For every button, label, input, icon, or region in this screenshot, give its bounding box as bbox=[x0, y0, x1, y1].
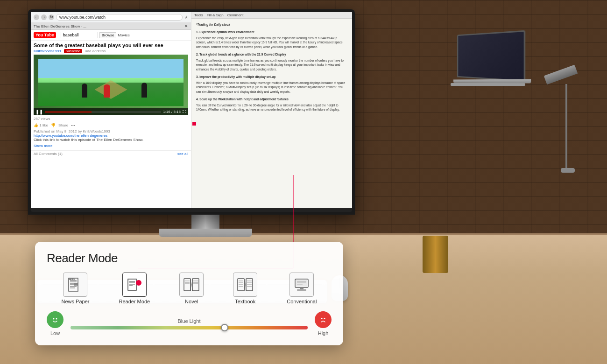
smiley-high bbox=[315, 311, 332, 328]
yt-search-input[interactable] bbox=[61, 32, 98, 38]
yt-search-button[interactable]: Browse bbox=[99, 32, 117, 38]
doc-section-4-body: You can tilt the Curved monitor to a 20-… bbox=[196, 103, 347, 112]
doc-section-2-heading: 2. Track global trends at a glance with … bbox=[196, 52, 347, 57]
tab-bar: The Ellen DeGeneres Show - ... ✕ bbox=[31, 23, 191, 30]
textbook-icon bbox=[236, 276, 254, 293]
rm-icon-conventional[interactable]: Conventional bbox=[287, 273, 317, 304]
slider-thumb[interactable] bbox=[221, 324, 228, 331]
svg-point-44 bbox=[56, 318, 57, 320]
red-indicator-dot bbox=[192, 122, 196, 126]
rm-icon-box-textbook bbox=[233, 273, 257, 297]
yt-movies-link[interactable]: Movies bbox=[118, 33, 129, 37]
blue-light-slider[interactable] bbox=[71, 326, 308, 329]
see-all-link[interactable]: see all bbox=[177, 152, 188, 156]
rm-label-conventional: Conventional bbox=[287, 299, 317, 304]
share-button[interactable]: Share bbox=[58, 123, 68, 127]
monitor: ← → ↻ www.youtube.com/watch ★ The Ellen … bbox=[28, 9, 355, 215]
novel-icon bbox=[183, 276, 200, 293]
yt-logo-area: You Tube Browse Movies bbox=[31, 30, 191, 41]
desc-text: Click this link to watch this episode of… bbox=[34, 138, 188, 142]
video-channel-meta: KnibWoods1993 Subscribe add address bbox=[31, 49, 191, 53]
progress-bar[interactable] bbox=[45, 112, 161, 112]
address-bar[interactable]: www.youtube.com/watch bbox=[56, 14, 183, 21]
blue-light-slider-section: Blue Light bbox=[71, 318, 308, 329]
video-description: Published on May 8, 2012 by KnibWoods199… bbox=[31, 128, 191, 143]
low-smiley-wrapper: Low bbox=[47, 311, 64, 336]
svg-rect-7 bbox=[74, 283, 78, 286]
reader-mode-icons: NEWS News Paper Reader Mode bbox=[47, 273, 332, 304]
play-button[interactable]: ❚❚ bbox=[35, 109, 43, 114]
svg-point-42 bbox=[50, 315, 60, 324]
dislike-icon[interactable]: 👎 bbox=[51, 123, 56, 127]
desk-lamp bbox=[551, 84, 567, 168]
reader-mode-title: Reader Mode bbox=[47, 251, 332, 266]
tab-label: The Ellen DeGeneres Show - ... bbox=[34, 24, 86, 28]
rm-icon-newspaper[interactable]: NEWS News Paper bbox=[62, 273, 90, 304]
monitor-base bbox=[159, 229, 252, 237]
more-icon[interactable]: ••• bbox=[71, 123, 75, 127]
back-btn[interactable]: ← bbox=[34, 14, 39, 20]
video-stats: 257 views bbox=[31, 115, 191, 122]
like-icon[interactable]: 👍 1 like bbox=[34, 123, 48, 127]
rm-icon-box-newspaper: NEWS bbox=[63, 273, 87, 297]
monitor-area: ← → ↻ www.youtube.com/watch ★ The Ellen … bbox=[28, 9, 383, 237]
comments-label: All Comments (1) bbox=[34, 152, 63, 156]
newspaper-icon: NEWS bbox=[67, 276, 84, 293]
wooden-stand bbox=[423, 236, 448, 273]
svg-rect-17 bbox=[184, 279, 191, 291]
refresh-btn[interactable]: ↻ bbox=[49, 14, 54, 20]
svg-point-46 bbox=[321, 318, 323, 319]
doc-toolbar: Tools Fill & Sign Comment bbox=[191, 12, 352, 19]
monitor-bezel-bottom bbox=[31, 208, 352, 212]
rm-label-textbook: Textbook bbox=[235, 299, 255, 304]
close-tab-icon[interactable]: ✕ bbox=[184, 24, 188, 28]
video-controls: ❚❚ 1:16 / 5:16 ⛶ bbox=[34, 108, 188, 115]
document-content: *Trading for Daily stock 1. Experience o… bbox=[191, 19, 352, 203]
rm-label-reader: Reader Mode bbox=[119, 299, 150, 304]
comments-section: All Comments (1) see all bbox=[31, 150, 191, 157]
channel-name[interactable]: KnibWoods1993 bbox=[34, 49, 61, 53]
doc-section-3-body: With a 16:9 display, you have to continu… bbox=[196, 81, 347, 94]
svg-rect-41 bbox=[297, 289, 306, 291]
doc-title: *Trading for Daily stock bbox=[196, 22, 347, 27]
yt-search-bar: Browse Movies bbox=[61, 32, 130, 38]
rm-icon-textbook[interactable]: Textbook bbox=[233, 273, 257, 304]
add-link[interactable]: add address bbox=[85, 49, 106, 53]
monitor-screen: ← → ↻ www.youtube.com/watch ★ The Ellen … bbox=[31, 12, 352, 208]
view-count: 257 views bbox=[34, 117, 50, 121]
reader-mode-icon bbox=[126, 276, 143, 293]
toolbar-tools[interactable]: Tools bbox=[194, 13, 203, 17]
high-smiley-wrapper: High bbox=[315, 311, 332, 336]
low-label: Low bbox=[50, 330, 60, 336]
show-more-button[interactable]: Show more bbox=[31, 143, 191, 149]
svg-text:NEWS: NEWS bbox=[69, 278, 75, 280]
yt-logo: You Tube bbox=[34, 32, 56, 38]
svg-point-45 bbox=[318, 315, 328, 324]
fullscreen-icon[interactable]: ⛶ bbox=[183, 110, 186, 114]
svg-rect-36 bbox=[296, 280, 307, 287]
rm-icon-reader[interactable]: Reader Mode bbox=[119, 273, 150, 304]
happy-face-icon bbox=[50, 315, 60, 325]
svg-rect-11 bbox=[128, 279, 136, 290]
doc-section-3-heading: 3. Improve the productivity with multipl… bbox=[196, 75, 347, 79]
svg-point-47 bbox=[324, 318, 325, 319]
youtube-panel: ← → ↻ www.youtube.com/watch ★ The Ellen … bbox=[31, 12, 191, 208]
toolbar-comment[interactable]: Comment bbox=[227, 13, 244, 17]
video-time: 1:16 / 5:16 bbox=[163, 110, 181, 114]
doc-section-4-heading: 4. Scale up the Workstation with height … bbox=[196, 97, 347, 102]
rm-icon-novel[interactable]: Novel bbox=[179, 273, 204, 304]
desc-url[interactable]: http://www.youtube.com/the-ellen-degener… bbox=[34, 133, 188, 138]
doc-section-2-body: Track global trends across multiple time… bbox=[196, 58, 347, 72]
smiley-low bbox=[47, 311, 64, 328]
rm-icon-box-reader bbox=[122, 273, 147, 297]
svg-rect-40 bbox=[300, 287, 304, 289]
doc-section-1-heading: 1. Experience optimal work environment bbox=[196, 30, 347, 35]
reader-mode-panel: Reader Mode NEWS News Paper bbox=[35, 242, 343, 345]
toolbar-fill-sign[interactable]: Fill & Sign bbox=[207, 13, 224, 17]
forward-btn[interactable]: → bbox=[41, 14, 47, 20]
monitor-neck bbox=[191, 215, 219, 229]
svg-point-43 bbox=[53, 318, 55, 320]
video-thumbnail: ❚❚ 1:16 / 5:16 ⛶ bbox=[34, 55, 188, 115]
blue-light-label: Blue Light bbox=[178, 318, 201, 324]
subscribe-button[interactable]: Subscribe bbox=[64, 49, 82, 53]
